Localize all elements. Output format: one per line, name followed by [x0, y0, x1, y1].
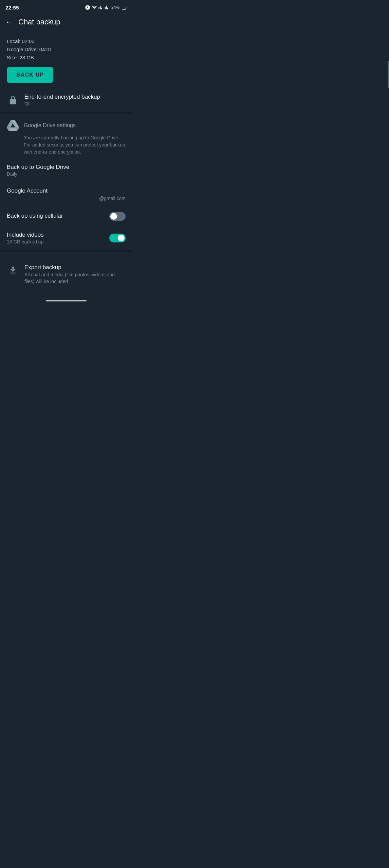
- include-videos-text: Include videos 13 GB backed up: [7, 232, 104, 244]
- export-text-container: Export backup All chat and media (like p…: [24, 264, 126, 285]
- google-drive-description: You are currently backing up to Google D…: [7, 134, 126, 156]
- google-drive-settings-title: Google Drive settings: [24, 122, 76, 129]
- backup-to-drive-subtitle: Daily: [7, 171, 126, 177]
- google-account-email: @gmail.com: [7, 196, 126, 201]
- backup-size: Size: 28 GB: [7, 54, 126, 62]
- battery-percent: 24%: [111, 5, 119, 10]
- export-backup-title: Export backup: [24, 264, 126, 271]
- cellular-backup-item[interactable]: Back up using cellular: [0, 206, 132, 226]
- signal-icon: [98, 5, 103, 10]
- backup-info-section: Local: 02:03 Google Drive: 04:01 Size: 2…: [0, 32, 132, 88]
- google-account-title: Google Account: [7, 188, 126, 194]
- svg-point-0: [122, 5, 126, 10]
- drive-header: Google Drive settings: [7, 119, 126, 132]
- include-videos-title: Include videos: [7, 232, 104, 238]
- header: ← Chat backup: [0, 14, 132, 32]
- google-account-section[interactable]: Google Account @gmail.com: [0, 182, 132, 206]
- include-videos-toggle[interactable]: [109, 234, 126, 242]
- download-svg: [8, 265, 18, 276]
- svg-rect-1: [10, 99, 16, 104]
- signal-icon-2: [105, 5, 109, 10]
- encrypted-backup-section[interactable]: End-to-end encrypted backup Off: [0, 88, 132, 112]
- back-up-button[interactable]: BACK UP: [7, 67, 53, 83]
- google-drive-backup-time: Google Drive: 04:01: [7, 45, 126, 54]
- status-bar: 22:55 24%: [0, 0, 132, 14]
- export-backup-subtitle: All chat and media (like photos, videos …: [24, 272, 126, 285]
- nav-indicator: [46, 300, 87, 301]
- local-backup-time: Local: 02:03: [7, 37, 126, 45]
- include-videos-toggle-container[interactable]: [109, 234, 126, 242]
- include-videos-item[interactable]: Include videos 13 GB backed up: [0, 226, 132, 250]
- cellular-backup-text: Back up using cellular: [7, 213, 104, 220]
- cellular-backup-toggle[interactable]: [109, 212, 126, 221]
- cellular-backup-title: Back up using cellular: [7, 213, 104, 219]
- download-icon: [7, 264, 19, 276]
- toggle-knob-videos: [118, 235, 125, 241]
- include-videos-subtitle: 13 GB backed up: [7, 239, 104, 244]
- google-drive-section: Google Drive settings You are currently …: [0, 114, 132, 156]
- alarm-icon: [85, 5, 90, 10]
- toggle-knob-cellular: [110, 213, 117, 220]
- lock-svg: [8, 95, 18, 106]
- encrypted-text-container: End-to-end encrypted backup Off: [24, 94, 126, 106]
- backup-to-drive-title: Back up to Google Drive: [7, 164, 126, 171]
- drive-svg: [7, 119, 19, 132]
- wifi-icon: [92, 5, 97, 10]
- page-title: Chat backup: [18, 18, 60, 26]
- encrypted-backup-title: End-to-end encrypted backup: [24, 94, 126, 100]
- google-drive-icon: [7, 119, 19, 132]
- status-time: 22:55: [5, 5, 19, 11]
- section-divider-2: [0, 250, 132, 252]
- backup-to-drive-item[interactable]: Back up to Google Drive Daily: [0, 158, 132, 182]
- cellular-backup-toggle-container[interactable]: [109, 212, 126, 221]
- export-backup-section[interactable]: Export backup All chat and media (like p…: [0, 259, 132, 290]
- status-icons: 24%: [85, 4, 127, 11]
- encrypted-backup-status: Off: [24, 101, 126, 106]
- lock-icon: [7, 94, 19, 106]
- content: Local: 02:03 Google Drive: 04:01 Size: 2…: [0, 32, 132, 290]
- bottom-nav-bar: [0, 297, 132, 307]
- battery-icon: [121, 4, 127, 11]
- back-button[interactable]: ←: [5, 18, 13, 26]
